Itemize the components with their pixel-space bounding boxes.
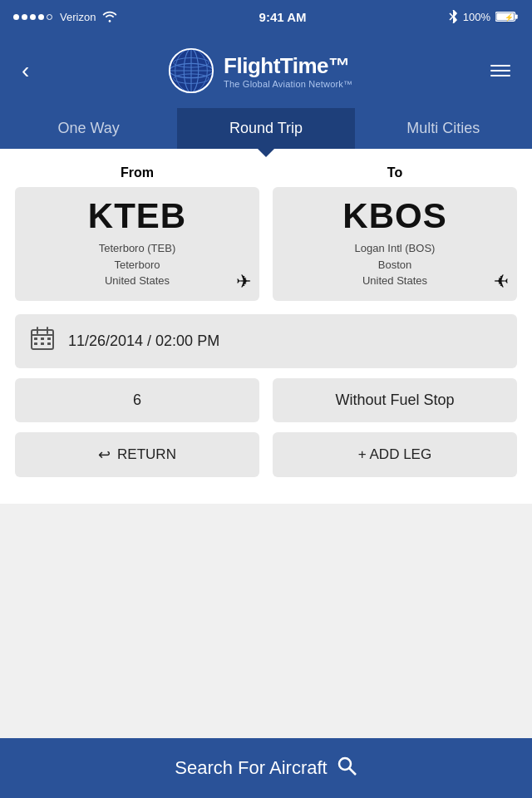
dot2 — [22, 14, 27, 20]
search-bar[interactable]: Search For Aircraft — [0, 738, 532, 798]
logo-subtitle: The Global Aviation Network™ — [224, 79, 352, 89]
menu-button[interactable] — [484, 65, 517, 76]
fuel-stop-box[interactable]: Without Fuel Stop — [273, 378, 517, 422]
from-card[interactable]: KTEB Teterboro (TEB) Teterboro United St… — [15, 187, 259, 301]
to-details: Logan Intl (BOS) Boston United States — [283, 240, 507, 289]
carrier-label: Verizon — [60, 11, 96, 23]
search-label: Search For Aircraft — [175, 757, 327, 779]
svg-rect-4 — [515, 14, 518, 18]
search-icon — [336, 755, 357, 781]
to-label: To — [273, 165, 517, 180]
main-content: From To KTEB Teterboro (TEB) Teterboro U… — [0, 149, 532, 504]
svg-rect-16 — [32, 334, 53, 336]
options-row: 6 Without Fuel Stop — [15, 378, 517, 422]
action-row: ↩ RETURN + ADD LEG — [15, 432, 517, 477]
tab-bar: One Way Round Trip Multi Cities — [0, 108, 532, 149]
passengers-box[interactable]: 6 — [15, 378, 259, 422]
svg-line-0 — [450, 13, 453, 17]
svg-rect-22 — [34, 342, 37, 345]
from-to-row: KTEB Teterboro (TEB) Teterboro United St… — [15, 187, 517, 301]
globe-icon — [167, 47, 215, 95]
svg-text:⚡: ⚡ — [505, 12, 514, 22]
svg-rect-21 — [47, 337, 51, 340]
svg-rect-23 — [41, 342, 44, 345]
to-card[interactable]: KBOS Logan Intl (BOS) Boston United Stat… — [273, 187, 517, 301]
status-left: Verizon — [13, 11, 117, 23]
battery-icon: ⚡ — [495, 11, 519, 22]
to-code: KBOS — [283, 199, 507, 234]
from-details: Teterboro (TEB) Teterboro United States — [25, 240, 249, 289]
tab-one-way[interactable]: One Way — [0, 108, 177, 149]
dot4 — [38, 14, 44, 20]
tab-multi-cities[interactable]: Multi Cities — [355, 108, 532, 149]
wifi-icon — [102, 11, 117, 22]
calendar-icon — [30, 326, 55, 357]
dot5 — [47, 14, 52, 20]
dot1 — [13, 14, 19, 20]
from-code: KTEB — [25, 199, 249, 234]
date-value: 11/26/2014 / 02:00 PM — [68, 332, 219, 350]
svg-point-25 — [339, 758, 351, 770]
plane-departure-icon: ✈ — [236, 271, 251, 293]
logo-container: FlightTime™ The Global Aviation Network™ — [167, 47, 352, 95]
logo-title: FlightTime™ — [224, 53, 352, 79]
tab-round-trip[interactable]: Round Trip — [177, 108, 354, 149]
logo-text: FlightTime™ The Global Aviation Network™ — [224, 53, 352, 89]
svg-rect-24 — [47, 342, 51, 345]
app-header: ‹ FlightTime™ The Global Aviation Networ… — [0, 33, 532, 108]
status-bar: Verizon 9:41 AM 100% ⚡ — [0, 0, 532, 33]
date-row[interactable]: 11/26/2014 / 02:00 PM — [15, 314, 517, 368]
menu-line-1 — [490, 65, 510, 66]
plane-arrival-icon: ✈ — [494, 271, 509, 293]
dot3 — [30, 14, 36, 20]
from-to-labels: From To — [15, 165, 517, 180]
status-right: 100% ⚡ — [448, 10, 519, 23]
menu-line-3 — [490, 75, 510, 76]
from-label: From — [15, 165, 259, 180]
svg-line-1 — [450, 17, 453, 20]
battery-label: 100% — [463, 11, 490, 23]
status-time: 9:41 AM — [259, 10, 307, 24]
svg-rect-19 — [34, 337, 37, 340]
bluetooth-icon — [448, 10, 458, 23]
add-leg-button[interactable]: + ADD LEG — [273, 432, 517, 477]
signal-dots — [13, 14, 52, 20]
back-button[interactable]: ‹ — [15, 57, 36, 84]
menu-line-2 — [490, 70, 510, 71]
svg-rect-20 — [41, 337, 44, 340]
svg-line-26 — [349, 768, 356, 775]
return-arrow-icon: ↩ — [98, 446, 111, 464]
return-button[interactable]: ↩ RETURN — [15, 432, 259, 477]
